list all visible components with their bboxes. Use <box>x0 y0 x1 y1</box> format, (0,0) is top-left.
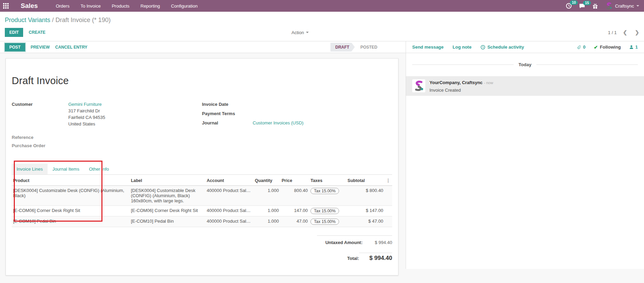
create-button[interactable]: CREATE <box>29 30 45 35</box>
cell-account: 400000 Product Sal… <box>205 206 253 216</box>
col-header-price[interactable]: Price <box>280 175 309 186</box>
payment-terms-label: Payment Terms <box>202 110 253 117</box>
untaxed-amount-label: Untaxed Amount: <box>325 240 363 245</box>
cell-product: [E-COM10] Pedal Bin <box>12 216 129 227</box>
message-author[interactable]: YourCompany, Craftsync <box>429 80 483 85</box>
cell-product: [E-COM06] Corner Desk Right Sit <box>12 206 129 216</box>
message-avatar <box>412 79 425 92</box>
page-header: Product Variants / Draft Invoice (* 190)… <box>0 12 644 41</box>
fields-right: Invoice Date Payment Terms Journal Custo… <box>202 101 393 151</box>
app-name[interactable]: Sales <box>21 2 38 10</box>
cell-label: [E-COM06] Corner Desk Right Sit <box>129 206 205 216</box>
attachments-button[interactable]: 0 <box>577 44 585 50</box>
user-menu[interactable]: Craftsync <box>605 2 639 10</box>
main-menu: Orders To Invoice Products Reporting Con… <box>52 0 202 12</box>
cell-price: 147.00 <box>280 206 309 216</box>
messages-bubble-icon[interactable]: 15 <box>579 3 585 9</box>
cell-subtotal: $ 147.00 <box>346 206 385 216</box>
totals-block: Untaxed Amount: $ 994.40 Total: $ 994.40 <box>317 235 392 262</box>
table-row[interactable]: [E-COM10] Pedal Bin [E-COM10] Pedal Bin … <box>12 216 392 227</box>
customer-address-line: Fairfield CA 94535 <box>68 114 105 121</box>
invoice-lines-table: Product Label Account Quantity Price Tax… <box>12 175 392 227</box>
activity-count-badge: 10 <box>570 0 578 5</box>
post-button[interactable]: POST <box>5 43 25 51</box>
follower-count: 1 <box>635 44 638 50</box>
clock-icon <box>480 45 485 50</box>
breadcrumb: Product Variants / Draft Invoice (* 190) <box>0 12 644 25</box>
schedule-activity-button[interactable]: Schedule activity <box>480 44 524 50</box>
pager-next-icon[interactable]: ❯ <box>635 29 639 36</box>
cell-label: [DESK0004] Customizable Desk (CONFIG) (A… <box>129 186 205 206</box>
chatter-pane: Send message Log note Schedule activity … <box>406 41 644 269</box>
followers-button[interactable]: 1 <box>629 44 638 50</box>
cell-account: 400000 Product Sal… <box>205 186 253 206</box>
action-dropdown[interactable]: Action <box>291 30 309 35</box>
breadcrumb-parent[interactable]: Product Variants <box>5 17 50 23</box>
activities-clock-icon[interactable]: 10 <box>566 3 572 9</box>
breadcrumb-current: Draft Invoice (* 190) <box>56 17 111 23</box>
notebook-tabs: Invoice Lines Journal Items Other Info <box>12 164 392 175</box>
gift-icon[interactable] <box>592 3 598 9</box>
message-body: Invoice Created <box>429 88 493 93</box>
col-header-taxes[interactable]: Taxes <box>309 175 346 186</box>
company-avatar <box>605 2 613 10</box>
customer-address-line: United States <box>68 121 105 127</box>
col-header-quantity[interactable]: Quantity <box>254 175 280 186</box>
cell-product: [DESK0004] Customizable Desk (CONFIG) (A… <box>12 186 129 206</box>
journal-link[interactable]: Customer Invoices (USD) <box>253 120 304 125</box>
status-posted[interactable]: POSTED <box>355 43 383 52</box>
preview-button[interactable]: PREVIEW <box>31 45 50 50</box>
table-row[interactable]: [E-COM06] Corner Desk Right Sit [E-COM06… <box>12 206 392 216</box>
log-note-button[interactable]: Log note <box>453 44 472 50</box>
col-header-subtotal[interactable]: Subtotal <box>346 175 385 186</box>
tab-other-info[interactable]: Other Info <box>84 164 114 174</box>
menu-orders[interactable]: Orders <box>52 0 74 12</box>
check-icon: ✔ <box>594 44 598 50</box>
pager-prev-icon[interactable]: ❮ <box>623 29 627 36</box>
tax-badge: Tax 15.00% <box>310 219 339 225</box>
table-row[interactable]: [DESK0004] Customizable Desk (CONFIG) (A… <box>12 186 392 206</box>
total-value: $ 994.40 <box>359 253 392 262</box>
following-button[interactable]: ✔ Following <box>594 44 621 50</box>
journal-label: Journal <box>202 120 253 126</box>
apps-menu-icon[interactable] <box>0 3 12 9</box>
top-navbar: Sales Orders To Invoice Products Reporti… <box>0 0 644 12</box>
cell-quantity: 1.000 <box>254 216 280 227</box>
paperclip-icon <box>577 45 581 50</box>
menu-configuration[interactable]: Configuration <box>167 0 202 12</box>
col-header-label[interactable]: Label <box>129 175 205 186</box>
fields-left: Customer Gemini Furniture 317 Fairchild … <box>12 101 202 151</box>
chevron-down-icon <box>306 32 309 33</box>
untaxed-amount-value: $ 994.40 <box>363 240 392 245</box>
tax-badge: Tax 15.00% <box>310 208 339 214</box>
cell-price: 800.40 <box>280 186 309 206</box>
customer-link[interactable]: Gemini Furniture <box>68 102 102 107</box>
cell-label: [E-COM10] Pedal Bin <box>129 216 205 227</box>
chevron-down-icon <box>636 5 639 7</box>
invoice-sheet: Draft Invoice Customer Gemini Furniture … <box>6 58 398 275</box>
date-divider-label: Today <box>514 62 536 67</box>
cell-price: 47.00 <box>280 216 309 227</box>
send-message-button[interactable]: Send message <box>412 44 444 50</box>
col-header-product[interactable]: Product <box>12 175 129 186</box>
cell-subtotal: $ 47.00 <box>346 216 385 227</box>
status-draft[interactable]: DRAFT <box>330 43 355 52</box>
date-divider: Today <box>412 62 638 67</box>
cell-quantity: 1.000 <box>254 186 280 206</box>
menu-products[interactable]: Products <box>108 0 133 12</box>
column-options-icon[interactable]: ⋮ <box>386 178 390 183</box>
cancel-entry-button[interactable]: CANCEL ENTRY <box>55 45 87 50</box>
menu-to-invoice[interactable]: To Invoice <box>76 0 105 12</box>
tab-journal-items[interactable]: Journal Items <box>48 164 84 174</box>
customer-address-line: 317 Fairchild Dr <box>68 108 105 114</box>
tax-badge: Tax 15.00% <box>310 188 339 194</box>
pager-counter: 1 / 1 <box>608 30 617 35</box>
status-flow: DRAFT POSTED <box>330 43 383 52</box>
form-pane: POST PREVIEW CANCEL ENTRY DRAFT POSTED D… <box>0 41 406 269</box>
menu-reporting[interactable]: Reporting <box>136 0 164 12</box>
cell-account: 400000 Product Sal… <box>205 216 253 227</box>
chatter-message[interactable]: YourCompany, Craftsync - now Invoice Cre… <box>406 76 644 96</box>
tab-invoice-lines[interactable]: Invoice Lines <box>12 164 48 174</box>
col-header-account[interactable]: Account <box>205 175 253 186</box>
edit-button[interactable]: EDIT <box>5 28 23 37</box>
